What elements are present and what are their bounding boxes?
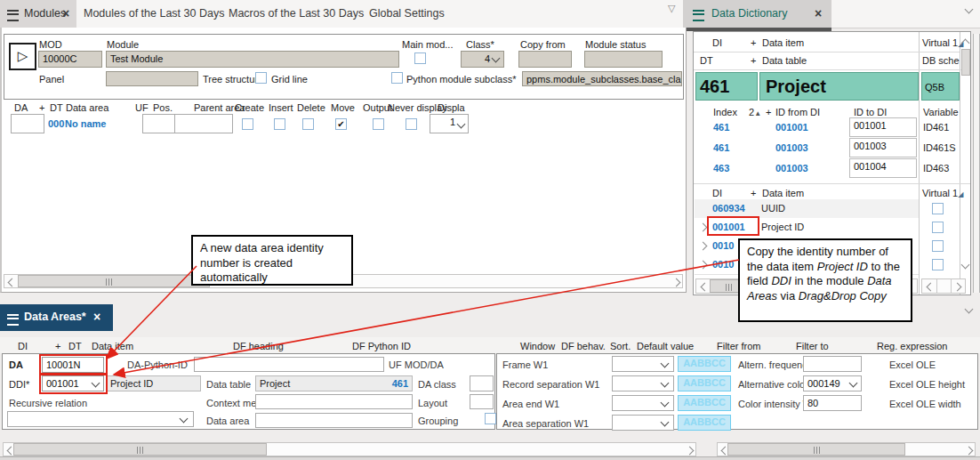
item-header-di[interactable]: DI [712,188,722,198]
virtual-hscrollbar[interactable] [921,278,966,294]
da-python-id-field[interactable] [194,357,384,372]
grid-header-display[interactable]: Displa [438,102,465,113]
scroll-left-icon[interactable] [927,283,936,292]
grid-header-dt[interactable]: DT [50,102,63,113]
dropdown-triangle-icon[interactable]: ▽ [668,3,675,14]
dd-header-data-table[interactable]: Data table [762,55,807,66]
data-table-id[interactable]: 461 [392,378,408,389]
dd-header-dt[interactable]: DT [700,55,713,66]
expander-icon[interactable] [699,261,708,270]
grid-header-move[interactable]: Move [331,102,355,113]
virtual-checkbox[interactable] [932,222,944,233]
da-id-field[interactable]: 10001N [42,357,104,373]
grouping-checkbox[interactable] [485,413,496,424]
output-checkbox[interactable] [373,118,384,130]
item-name[interactable]: UUID [761,203,785,214]
dd-header-virtual[interactable]: Virtual 1◢ [922,37,963,48]
insert-checkbox[interactable] [274,118,285,130]
area-end-color-swatch[interactable]: AABBCC [678,395,731,411]
module-name-field[interactable]: Test Module [106,51,399,68]
item-id[interactable]: 0010 [712,259,734,270]
da-header-window[interactable]: Window [520,341,555,351]
dd-header-di[interactable]: DI [712,37,722,48]
copy-from-field[interactable] [518,51,572,68]
altern-frequency-field[interactable] [803,356,862,372]
scrollbar-thumb[interactable] [13,443,267,456]
da-header-df-python[interactable]: DF Python ID [352,341,411,351]
index-row-to[interactable]: 001004 [849,158,917,178]
layout-field[interactable] [470,394,494,409]
id-to-di-header[interactable]: ID to DI [854,107,887,117]
virtual-checkbox[interactable] [932,240,944,252]
menu-icon[interactable] [693,10,704,21]
context-menu-field[interactable] [255,394,413,409]
tab-macros-30-days[interactable]: Macros of the Last 30 Days [229,7,364,20]
area-separation-color-swatch[interactable]: AABBCC [678,415,731,431]
data-area-field[interactable] [255,413,413,428]
item-id[interactable]: 001001 [712,222,745,233]
tab-global-settings[interactable]: Global Settings [369,7,445,20]
grid-data-area-name[interactable]: No name [65,118,106,130]
scroll-right-icon[interactable] [686,447,695,456]
index-row-variable[interactable]: ID461 [923,122,949,133]
da-header-reg-expression[interactable]: Reg. expression [877,341,948,351]
tab-modules-label[interactable]: Modules [24,7,66,20]
tab-data-areas-label[interactable]: Data Areas* [24,311,86,323]
panel-field[interactable] [106,71,198,86]
grid-parent-area-input[interactable] [174,114,233,133]
item-name[interactable]: Project ID [761,222,804,233]
collapse-chevron-icon[interactable] [965,305,974,314]
close-icon[interactable]: × [62,7,69,20]
scroll-down-icon[interactable] [961,261,970,270]
scrollbar-thumb[interactable] [727,443,905,456]
dd-header-plus2[interactable]: + [751,55,756,66]
selected-table-schema[interactable]: Q5B [921,72,960,101]
mod-field[interactable]: 10000C [38,51,102,68]
scroll-left-icon[interactable] [8,278,17,287]
index-header[interactable]: Index [713,107,737,117]
selected-table-id[interactable]: 461 [695,72,758,101]
dd-header-data-item[interactable]: Data item [762,37,804,48]
frame-w1-color-swatch[interactable]: AABBCC [678,356,731,372]
never-display-checkbox[interactable] [406,118,417,130]
index-row-index[interactable]: 461 [713,122,729,133]
item-id[interactable]: 0010 [712,240,734,252]
main-mod-checkbox[interactable] [414,52,426,64]
item-header-data-item[interactable]: Data item [762,188,804,198]
grid-uf-input[interactable] [142,114,175,133]
index-row-variable[interactable]: ID461S [923,142,956,154]
da-header-filter-from[interactable]: Filter from [717,341,761,351]
index-row-from[interactable]: 001003 [775,142,808,154]
scrollbar-thumb[interactable] [961,49,970,76]
item-id[interactable]: 060934 [712,203,745,214]
record-separation-color-swatch[interactable]: AABBCC [678,375,731,391]
grid-header-insert[interactable]: Insert [269,102,293,113]
dd-header-db-schema[interactable]: DB sche [922,55,960,66]
da-header-default-value[interactable]: Default value [637,341,694,351]
tab-data-dictionary[interactable]: Data Dictionary × [683,0,831,28]
close-icon[interactable]: × [815,7,822,20]
da-header-df-behav[interactable]: DF behav. [561,341,606,351]
da-class-field[interactable] [470,375,494,391]
da-header-di[interactable]: DI [18,341,28,351]
scrollbar-thumb[interactable] [18,275,210,287]
index-row-to[interactable]: 001003 [849,138,917,157]
grid-header-pos[interactable]: Pos. [153,102,173,113]
index-row-variable[interactable]: ID463 [923,163,949,174]
variable-header[interactable]: Variable [923,107,959,117]
pane-splitter[interactable] [973,34,980,293]
da-header-data-item[interactable]: Data item [92,341,133,351]
grid-header-plus[interactable]: + [39,102,44,113]
move-checkbox[interactable] [335,118,347,130]
selected-table-name[interactable]: Project [759,72,919,101]
grid-header-uf[interactable]: UF [135,102,149,113]
grid-header-create[interactable]: Create [235,102,264,113]
da-header-filter-to[interactable]: Filter to [796,341,829,351]
grid-dt-value[interactable]: 000 [48,118,64,130]
run-module-button[interactable]: ▷ [9,43,36,70]
menu-icon[interactable] [7,314,19,326]
create-checkbox[interactable] [242,118,253,130]
module-status-field[interactable] [584,51,663,68]
menu-icon[interactable] [7,10,19,21]
scroll-right-icon[interactable] [965,447,974,456]
